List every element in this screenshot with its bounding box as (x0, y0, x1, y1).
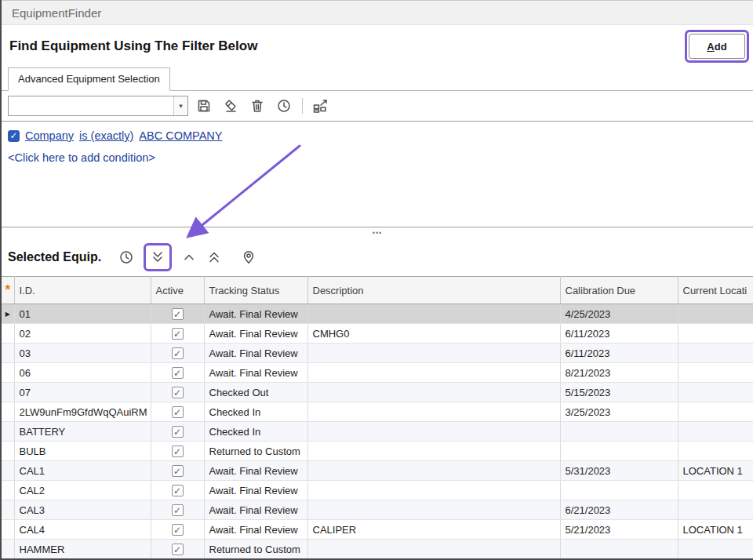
cell-calibration-due[interactable]: 5/15/2023 (560, 383, 678, 402)
cell-calibration-due[interactable]: 5/21/2023 (560, 520, 678, 540)
cell-description[interactable] (307, 481, 560, 500)
condition-checkbox[interactable] (8, 130, 20, 142)
table-row[interactable]: CAL1 Await. Final Review 5/31/2023 LOCAT… (2, 461, 753, 481)
cell-calibration-due[interactable]: 4/25/2023 (560, 304, 678, 324)
cell-current-location[interactable] (678, 304, 753, 324)
cell-description[interactable]: CMHG0 (307, 324, 560, 344)
active-checkbox[interactable] (172, 445, 184, 457)
cell-tracking-status[interactable]: Await. Final Review (204, 520, 307, 540)
active-checkbox[interactable] (172, 347, 184, 359)
history-icon[interactable] (115, 246, 137, 268)
cell-tracking-status[interactable]: Await. Final Review (204, 481, 307, 500)
cell-id[interactable]: CAL2 (14, 481, 151, 500)
cell-current-location[interactable] (678, 363, 753, 383)
chevron-down-icon[interactable]: ▾ (173, 96, 187, 115)
column-header-id[interactable]: I.D. (14, 277, 151, 304)
move-all-down-icon[interactable] (147, 246, 169, 268)
cell-id[interactable]: HAMMER (14, 540, 151, 559)
cell-calibration-due[interactable]: 8/21/2023 (560, 363, 678, 383)
cell-calibration-due[interactable]: 3/25/2023 (560, 402, 678, 422)
table-row[interactable]: 07 Checked Out 5/15/2023 (2, 383, 753, 402)
table-row[interactable]: 06 Await. Final Review 8/21/2023 (2, 363, 753, 383)
field-chooser-icon[interactable] (310, 95, 332, 117)
cell-calibration-due[interactable] (560, 442, 678, 461)
cell-current-location[interactable]: LOCATION 1 (678, 520, 753, 540)
cell-description[interactable] (307, 363, 560, 383)
cell-current-location[interactable] (678, 422, 753, 442)
active-checkbox[interactable] (172, 328, 184, 340)
cell-current-location[interactable] (678, 344, 753, 363)
cell-current-location[interactable] (678, 383, 753, 402)
active-checkbox[interactable] (172, 308, 184, 320)
cell-tracking-status[interactable]: Returned to Custom (204, 540, 307, 559)
active-checkbox[interactable] (172, 524, 184, 536)
cell-tracking-status[interactable]: Await. Final Review (204, 461, 307, 481)
column-header-tracking-status[interactable]: Tracking Status (204, 277, 307, 304)
add-condition-link[interactable]: <Click here to add condition> (8, 151, 747, 164)
cell-description[interactable] (307, 383, 560, 402)
cell-description[interactable] (307, 500, 560, 520)
cell-description[interactable] (307, 304, 560, 324)
table-row[interactable]: CAL4 Await. Final Review CALIPER 5/21/20… (2, 520, 753, 540)
table-row[interactable]: CAL2 Await. Final Review (2, 481, 753, 500)
cell-tracking-status[interactable]: Await. Final Review (204, 324, 307, 344)
cell-tracking-status[interactable]: Checked In (204, 422, 307, 442)
cell-calibration-due[interactable]: 6/11/2023 (560, 324, 678, 344)
cell-description[interactable] (307, 422, 560, 442)
column-header-calibration-due[interactable]: Calibration Due (560, 277, 678, 304)
table-row[interactable]: 02 Await. Final Review CMHG0 6/11/2023 (2, 324, 753, 344)
cell-description[interactable] (307, 461, 560, 481)
table-row[interactable]: ▶ 01 Await. Final Review 4/25/2023 (2, 304, 753, 324)
table-row[interactable]: 03 Await. Final Review 6/11/2023 (2, 344, 753, 363)
table-row[interactable]: BULB Returned to Custom (2, 442, 753, 461)
cell-current-location[interactable] (678, 481, 753, 500)
active-checkbox[interactable] (172, 465, 184, 477)
delete-icon[interactable] (246, 95, 268, 117)
filter-combobox-input[interactable] (9, 96, 173, 115)
cell-calibration-due[interactable] (560, 481, 678, 500)
cell-current-location[interactable]: LOCATION 1 (678, 461, 753, 481)
cell-calibration-due[interactable]: 6/21/2023 (560, 500, 678, 520)
cell-id[interactable]: CAL1 (14, 461, 151, 481)
cell-description[interactable]: CALIPER (307, 520, 560, 540)
cell-id[interactable]: 2LW9unFm9GfdWqQAuiRM (14, 402, 151, 422)
condition-field-link[interactable]: Company (25, 129, 74, 142)
tab-advanced-equipment-selection[interactable]: Advanced Equipment Selection (8, 67, 170, 91)
table-row[interactable]: 2LW9unFm9GfdWqQAuiRM Checked In 3/25/202… (2, 402, 753, 422)
cell-current-location[interactable] (678, 324, 753, 344)
clear-icon[interactable] (220, 95, 242, 117)
history-icon[interactable] (273, 95, 295, 117)
active-checkbox[interactable] (172, 387, 184, 398)
cell-current-location[interactable] (678, 402, 753, 422)
cell-tracking-status[interactable]: Returned to Custom (204, 442, 307, 461)
cell-tracking-status[interactable]: Await. Final Review (204, 363, 307, 383)
column-header-description[interactable]: Description (307, 277, 560, 304)
cell-tracking-status[interactable]: Checked In (204, 402, 307, 422)
cell-id[interactable]: 02 (14, 324, 151, 344)
splitter-handle[interactable]: ••• (2, 227, 753, 238)
active-checkbox[interactable] (172, 367, 184, 379)
active-checkbox[interactable] (172, 406, 184, 418)
table-row[interactable]: BATTERY Checked In (2, 422, 753, 442)
cell-description[interactable] (307, 442, 560, 461)
add-button[interactable]: Add (689, 34, 745, 59)
cell-tracking-status[interactable]: Await. Final Review (204, 304, 307, 324)
cell-calibration-due[interactable] (560, 540, 678, 559)
active-checkbox[interactable] (172, 485, 184, 496)
cell-calibration-due[interactable]: 5/31/2023 (560, 461, 678, 481)
cell-tracking-status[interactable]: Checked Out (204, 383, 307, 402)
cell-current-location[interactable] (678, 500, 753, 520)
cell-id[interactable]: BULB (14, 442, 151, 461)
condition-value-link[interactable]: ABC COMPANY (139, 129, 222, 142)
save-icon[interactable] (193, 95, 215, 117)
cell-description[interactable] (307, 540, 560, 559)
cell-id[interactable]: 06 (14, 363, 151, 383)
active-checkbox[interactable] (172, 544, 184, 555)
cell-id[interactable]: 07 (14, 383, 151, 402)
cell-current-location[interactable] (678, 540, 753, 559)
move-all-up-icon[interactable] (203, 246, 225, 268)
cell-id[interactable]: CAL3 (14, 500, 151, 520)
cell-id[interactable]: BATTERY (14, 422, 151, 442)
cell-id[interactable]: 03 (14, 344, 151, 363)
active-checkbox[interactable] (172, 504, 184, 516)
